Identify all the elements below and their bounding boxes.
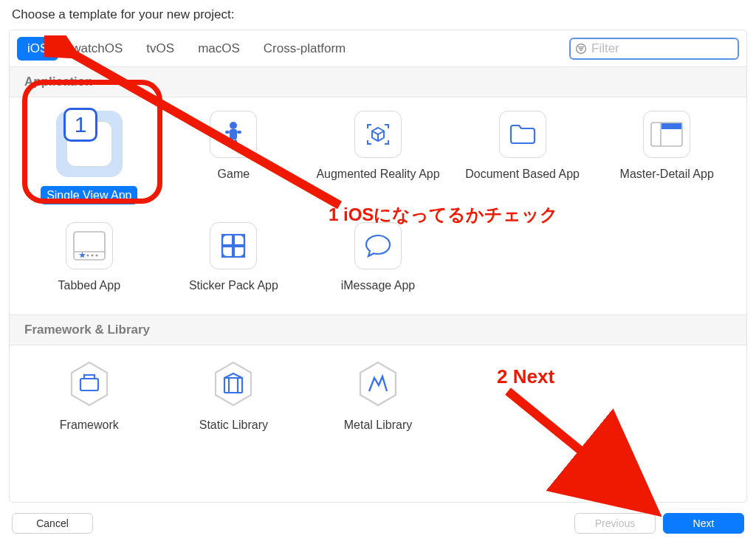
master-detail-icon [643,111,690,158]
svg-rect-24 [80,379,98,390]
svg-point-16 [86,255,89,257]
svg-rect-5 [230,129,237,140]
section-framework-label: Framework & Library [10,314,746,345]
ar-icon [354,111,402,158]
svg-rect-9 [234,140,237,147]
template-label: Metal Library [344,418,412,432]
section-application-label: Application [10,67,746,97]
svg-point-18 [95,255,97,257]
platform-tabbar: iOS watchOS tvOS macOS Cross-platform [10,30,746,67]
template-document-based-app[interactable]: Document Based App [450,111,595,204]
metal-library-icon [356,359,400,409]
template-framework[interactable]: Framework [17,359,162,432]
imessage-icon [354,222,402,269]
filter-input[interactable] [591,41,747,56]
template-label: Tabbed App [58,278,121,292]
template-imessage-app[interactable]: iMessage App [306,222,450,292]
filter-field[interactable] [569,38,739,60]
svg-rect-8 [230,140,233,147]
template-static-library[interactable]: Static Library [162,359,306,432]
template-label: Master-Detail App [620,167,714,181]
svg-rect-7 [237,131,241,134]
sticker-pack-icon [210,222,257,269]
tabbed-icon: ★ [66,222,113,269]
template-game[interactable]: Game [162,111,306,204]
template-metal-library[interactable]: Metal Library [306,359,450,432]
document-icon [499,111,546,158]
framework-grid: Framework Static Library Metal Library [10,345,746,454]
framework-icon [67,359,111,409]
tab-crossplatform[interactable]: Cross-platform [253,37,356,61]
cancel-button[interactable]: Cancel [12,513,93,534]
template-label: Single View App [41,186,137,204]
template-label: Sticker Pack App [189,278,278,292]
template-picker-panel: iOS watchOS tvOS macOS Cross-platform Ap… [9,30,747,503]
svg-point-17 [91,255,93,257]
single-view-app-icon [56,111,123,177]
template-label: Augmented Reality App [316,167,439,181]
template-tabbed-app[interactable]: ★ Tabbed App [17,222,162,292]
template-label: Game [218,167,250,181]
tab-watchos[interactable]: watchOS [61,37,133,61]
filter-icon [575,42,587,55]
svg-rect-12 [662,123,681,129]
svg-text:★: ★ [79,251,86,259]
application-grid: Single View App Game Augmented Reality A… [10,97,746,314]
tab-ios[interactable]: iOS [17,37,58,61]
template-label: Static Library [199,418,268,432]
static-library-icon [211,359,255,409]
svg-point-4 [230,122,237,129]
template-master-detail-app[interactable]: Master-Detail App [594,111,739,204]
tab-tvos[interactable]: tvOS [136,37,185,61]
template-scroll-area[interactable]: Application Single View App Game Augment… [10,67,746,502]
svg-rect-6 [225,131,230,134]
game-icon [210,111,257,158]
template-label: iMessage App [341,278,416,292]
next-button[interactable]: Next [663,513,744,534]
template-label: Framework [60,418,119,432]
dialog-footer: Cancel Previous Next [9,503,747,535]
template-label: Document Based App [465,167,580,181]
tab-macos[interactable]: macOS [188,37,250,61]
template-sticker-pack-app[interactable]: Sticker Pack App [162,222,306,292]
template-ar-app[interactable]: Augmented Reality App [306,111,450,204]
page-title: Choose a template for your new project: [12,7,747,22]
previous-button: Previous [574,513,656,534]
template-single-view-app[interactable]: Single View App [17,111,162,204]
